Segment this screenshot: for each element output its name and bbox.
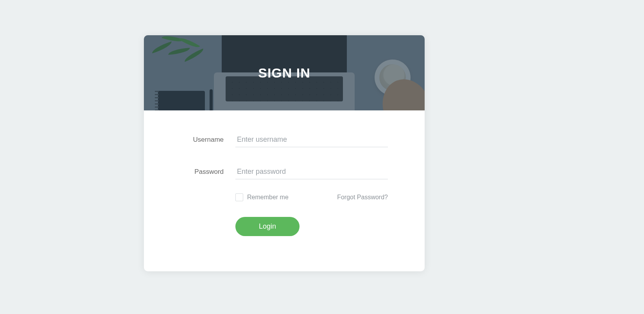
- remember-me-checkbox[interactable]: [235, 193, 243, 201]
- remember-me-group: Remember me: [235, 193, 289, 201]
- page-title: SIGN IN: [258, 65, 310, 81]
- remember-me-label: Remember me: [247, 194, 289, 201]
- forgot-password-link[interactable]: Forgot Password?: [337, 194, 388, 201]
- username-input[interactable]: [235, 132, 388, 147]
- options-row: Remember me Forgot Password?: [235, 193, 388, 201]
- password-row: Password: [181, 164, 388, 179]
- username-row: Username: [181, 132, 388, 147]
- card-body: Username Password Remember me Forgot Pas…: [144, 110, 425, 271]
- password-label: Password: [181, 168, 224, 176]
- password-input[interactable]: [235, 164, 388, 179]
- card-header: SIGN IN: [144, 35, 425, 110]
- signin-card: SIGN IN Username Password Remember me Fo…: [144, 35, 425, 271]
- username-label: Username: [181, 136, 224, 144]
- login-button[interactable]: Login: [235, 217, 300, 236]
